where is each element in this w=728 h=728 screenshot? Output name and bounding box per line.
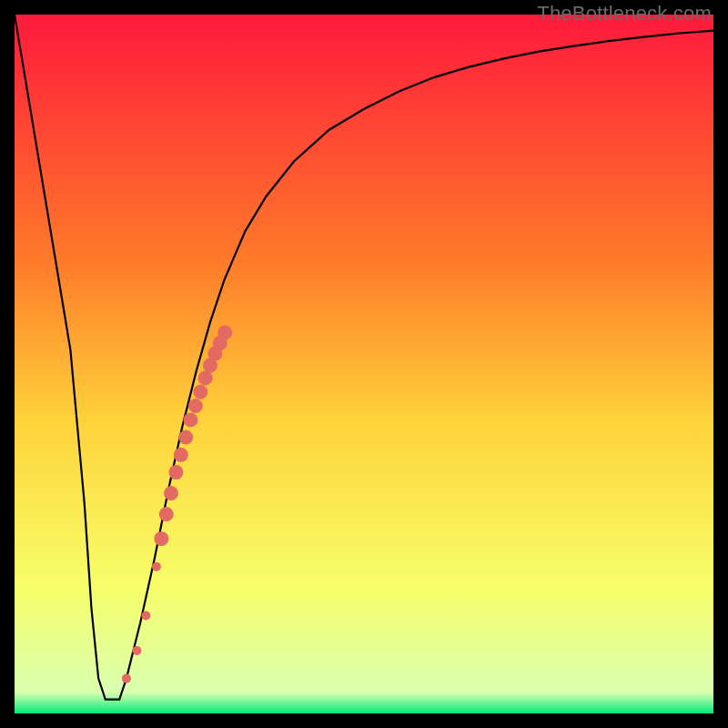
plot-area	[15, 15, 713, 713]
highlight-dot	[152, 562, 161, 571]
highlight-dot	[198, 370, 213, 385]
highlight-dot	[141, 612, 150, 621]
highlight-dot	[188, 399, 203, 413]
highlight-dot	[193, 385, 207, 399]
highlight-dot	[154, 531, 168, 546]
highlight-dot	[174, 448, 188, 462]
watermark-text: TheBottleneck.com	[537, 2, 712, 25]
highlight-dot	[159, 507, 174, 521]
gradient-background	[15, 15, 713, 713]
highlight-dot	[132, 646, 141, 655]
highlight-dot	[184, 412, 198, 427]
highlight-dot	[164, 486, 178, 500]
highlight-dot	[122, 674, 131, 683]
chart-svg	[15, 15, 713, 713]
chart-frame: TheBottleneck.com	[0, 0, 728, 728]
highlight-dot	[217, 325, 232, 339]
highlight-dot	[168, 465, 183, 480]
highlight-dot	[178, 430, 193, 445]
